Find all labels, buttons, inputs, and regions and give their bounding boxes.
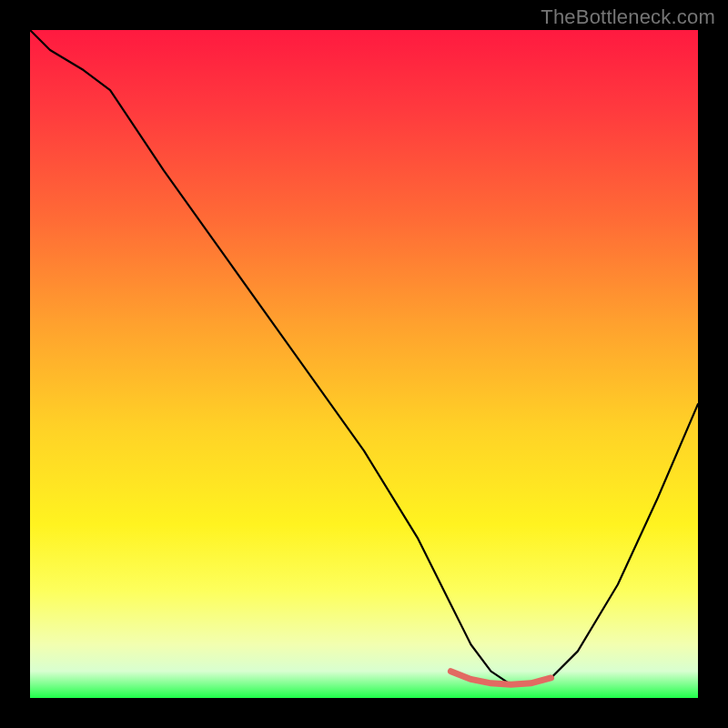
watermark-text: TheBottleneck.com: [541, 5, 715, 29]
plot-area: [30, 30, 698, 698]
bottleneck-curve: [30, 30, 698, 684]
chart-svg: [30, 30, 698, 698]
